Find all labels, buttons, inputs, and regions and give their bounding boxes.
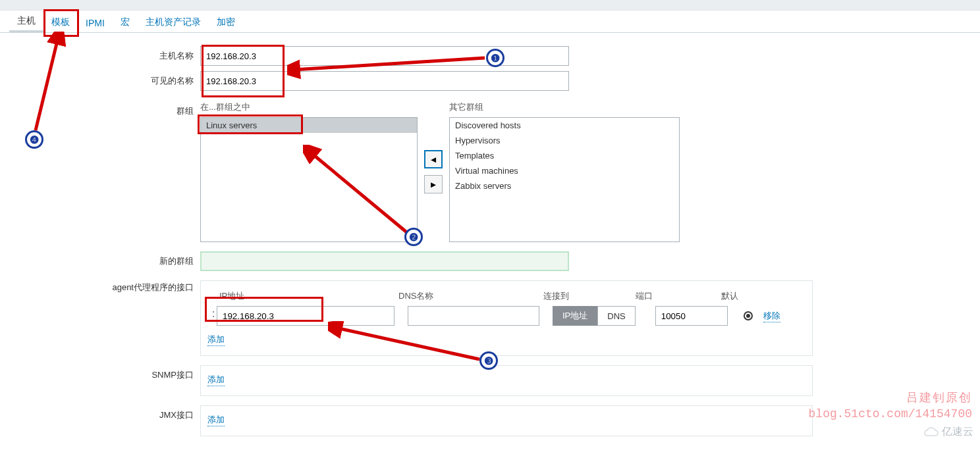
label-other-groups: 其它群组 (449, 101, 680, 113)
header-port: 端口 (636, 290, 721, 302)
header-connect-to: 连接到 (543, 290, 636, 302)
connect-to-toggle: IP地址 DNS (553, 306, 636, 326)
jmx-interface-box: 添加 (200, 405, 813, 436)
drag-handle-icon[interactable]: ⋮⋮ (207, 313, 217, 319)
list-item[interactable]: Linux servers (201, 118, 417, 133)
host-config-tabs: 主机 模板 IPMI 宏 主机资产记录 加密 (0, 11, 980, 33)
list-item[interactable]: Hypervisors (450, 133, 679, 148)
list-item[interactable]: Virtual machines (450, 163, 679, 178)
label-in-groups: 在...群组之中 (200, 101, 418, 113)
triangle-right-icon: ► (429, 180, 437, 190)
label-groups: 群组 (0, 101, 200, 242)
move-left-button[interactable]: ◄ (424, 150, 443, 168)
snmp-interface-box: 添加 (200, 365, 813, 396)
add-snmp-interface-link[interactable]: 添加 (207, 374, 225, 386)
label-new-group: 新的群组 (0, 251, 200, 271)
agent-interface-box: IP地址 DNS名称 连接到 端口 默认 ⋮⋮ IP地址 DNS (200, 280, 813, 356)
header-default: 默认 (721, 290, 738, 302)
tab-macros[interactable]: 宏 (113, 11, 138, 32)
tab-inventory[interactable]: 主机资产记录 (138, 11, 209, 32)
agent-dns-input[interactable] (408, 306, 539, 326)
move-right-button[interactable]: ► (424, 175, 443, 193)
label-host-name: 主机名称 (0, 46, 200, 66)
list-item[interactable]: Zabbix servers (450, 178, 679, 193)
label-snmp-interfaces: SNMP接口 (0, 365, 200, 396)
triangle-left-icon: ◄ (429, 155, 437, 165)
list-item[interactable]: Discovered hosts (450, 118, 679, 133)
list-item[interactable]: Templates (450, 148, 679, 163)
visible-name-input[interactable] (200, 71, 569, 91)
tab-encryption[interactable]: 加密 (209, 11, 243, 32)
other-groups-listbox[interactable]: Discovered hosts Hypervisors Templates V… (449, 117, 680, 242)
agent-port-input[interactable] (655, 306, 728, 326)
tab-ipmi[interactable]: IPMI (78, 13, 113, 32)
tab-host[interactable]: 主机 (9, 10, 43, 32)
remove-interface-link[interactable]: 移除 (763, 310, 780, 322)
radio-checked-icon (744, 311, 753, 320)
connect-to-ip-button[interactable]: IP地址 (553, 306, 597, 326)
label-visible-name: 可见的名称 (0, 71, 200, 91)
label-agent-interfaces: agent代理程序的接口 (0, 280, 200, 356)
default-interface-radio[interactable] (744, 311, 755, 320)
add-agent-interface-link[interactable]: 添加 (207, 334, 225, 346)
window-chrome (0, 0, 980, 11)
in-groups-listbox[interactable]: Linux servers (200, 117, 418, 242)
agent-ip-input[interactable] (217, 306, 395, 326)
connect-to-dns-button[interactable]: DNS (597, 306, 635, 326)
header-dns: DNS名称 (398, 290, 543, 302)
add-jmx-interface-link[interactable]: 添加 (207, 414, 225, 426)
header-ip: IP地址 (207, 290, 398, 302)
new-group-input[interactable] (200, 251, 569, 271)
label-jmx-interfaces: JMX接口 (0, 405, 200, 436)
host-name-input[interactable] (200, 46, 569, 66)
tab-templates[interactable]: 模板 (43, 11, 78, 32)
host-form: 主机名称 可见的名称 群组 在...群组之中 Linux servers (0, 46, 980, 436)
